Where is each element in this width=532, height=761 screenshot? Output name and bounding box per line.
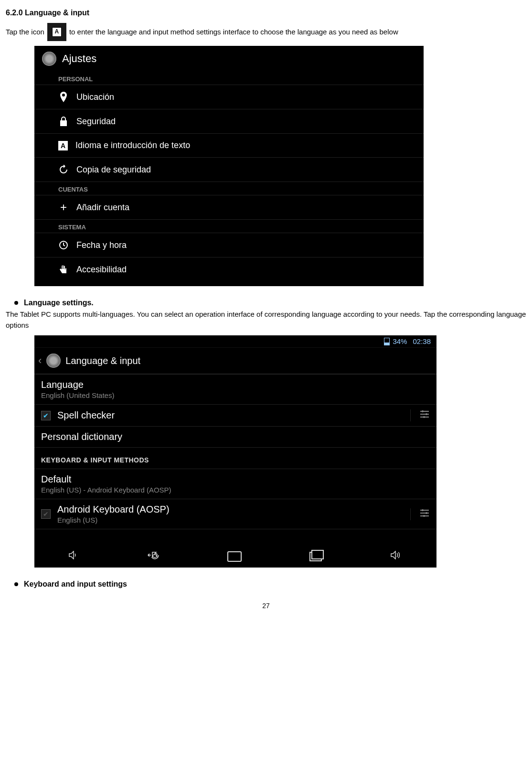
settings-header: Ajustes (34, 46, 424, 72)
checkbox-disabled-icon: ✔ (41, 509, 51, 519)
sliders-settings-icon[interactable] (410, 508, 430, 520)
row-security[interactable]: Seguridad (34, 109, 424, 134)
intro-prefix: Tap the icon (6, 26, 44, 38)
intro-text: Tap the icon A to enter the language and… (6, 23, 526, 41)
svg-point-5 (426, 512, 427, 514)
bullet-keyboard-input-title: Keyboard and input settings (24, 580, 127, 589)
settings-screenshot-ajustes: Ajustes PERSONAL Ubicación Seguridad A I… (34, 46, 424, 286)
plus-icon: + (58, 202, 69, 213)
svg-point-6 (423, 515, 425, 517)
row-security-label: Seguridad (76, 117, 116, 127)
language-input-title: Language & input (65, 355, 140, 366)
status-bar: 34% 02:38 (34, 335, 436, 348)
recent-apps-icon[interactable] (309, 552, 322, 561)
chevron-left-icon[interactable]: ‹ (38, 354, 42, 367)
language-input-screenshot: 34% 02:38 ‹ Language & input Language En… (34, 335, 436, 568)
row-accessibility[interactable]: Accesibilidad (34, 257, 424, 281)
checkbox-checked-icon[interactable]: ✔ (41, 411, 51, 420)
row-android-kb-title: Android Keyboard (AOSP) (57, 504, 170, 515)
bullet-language-settings: Language settings. (6, 299, 526, 307)
page-number: 27 (6, 602, 526, 610)
category-accounts: CUENTAS (34, 182, 424, 195)
bullet-language-settings-title: Language settings. (24, 299, 94, 307)
row-personal-dictionary-title: Personal dictionary (41, 431, 122, 442)
back-icon[interactable] (147, 551, 160, 562)
svg-point-1 (422, 410, 424, 412)
language-input-header[interactable]: ‹ Language & input (34, 348, 436, 375)
hand-icon (58, 264, 69, 275)
svg-point-2 (426, 413, 427, 415)
category-personal: PERSONAL (34, 72, 424, 85)
svg-point-4 (422, 509, 424, 511)
row-language-value: English (United States) (41, 391, 114, 399)
volume-up-icon[interactable] (390, 551, 403, 562)
keyboard-a-glyph: A (52, 27, 62, 37)
restore-icon (58, 164, 69, 175)
battery-icon (384, 338, 390, 345)
keyboard-section-header: KEYBOARD & INPUT METHODS (34, 448, 436, 469)
language-input-app-icon: A (47, 23, 66, 41)
row-language-title: Language (41, 379, 114, 390)
row-android-keyboard[interactable]: ✔ Android Keyboard (AOSP) English (US) (34, 499, 436, 529)
row-location-label: Ubicación (76, 92, 114, 102)
settings-title: Ajustes (62, 53, 96, 65)
row-language[interactable]: Language English (United States) (34, 375, 436, 405)
clock-icon (58, 240, 69, 250)
row-accessibility-label: Accesibilidad (76, 265, 127, 275)
svg-point-3 (423, 416, 425, 418)
row-default-keyboard[interactable]: Default English (US) - Android Keyboard … (34, 469, 436, 499)
row-personal-dictionary[interactable]: Personal dictionary (34, 427, 436, 448)
row-datetime-label: Fecha y hora (76, 240, 127, 250)
row-backup[interactable]: Copia de seguridad (34, 158, 424, 182)
row-backup-label: Copia de seguridad (76, 165, 151, 175)
row-add-account[interactable]: + Añadir cuenta (34, 195, 424, 220)
lock-icon (58, 116, 69, 127)
bullet-dot-icon (14, 301, 18, 305)
row-default-title: Default (41, 474, 171, 485)
section-heading: 6.2.0 Language & input (6, 9, 526, 17)
status-clock: 02:38 (413, 337, 431, 345)
keyboard-a-icon: A (58, 141, 68, 150)
row-default-value: English (US) - Android Keyboard (AOSP) (41, 486, 171, 494)
row-language-input[interactable]: A Idioma e introducción de texto (34, 134, 424, 158)
row-location[interactable]: Ubicación (34, 85, 424, 109)
row-spell-checker-title: Spell checker (57, 410, 115, 421)
row-spell-checker[interactable]: ✔ Spell checker (34, 405, 436, 427)
bullet-dot-icon (14, 582, 18, 586)
row-android-kb-sub: English (US) (57, 516, 170, 524)
row-add-account-label: Añadir cuenta (76, 203, 129, 213)
gear-icon (46, 354, 61, 368)
location-pin-icon (58, 92, 69, 102)
navigation-bar (34, 544, 436, 568)
category-system: SISTEMA (34, 220, 424, 233)
language-settings-description: The Tablet PC supports multi-languages. … (6, 309, 526, 331)
row-language-label: Idioma e introducción de texto (75, 140, 190, 150)
bullet-keyboard-input-settings: Keyboard and input settings (6, 580, 526, 589)
intro-suffix: to enter the language and input method s… (69, 26, 398, 38)
gear-icon (42, 52, 56, 66)
row-datetime[interactable]: Fecha y hora (34, 233, 424, 257)
sliders-settings-icon[interactable] (410, 409, 430, 421)
home-icon[interactable] (227, 551, 242, 562)
volume-down-icon[interactable] (68, 551, 79, 562)
battery-percent: 34% (393, 337, 407, 345)
